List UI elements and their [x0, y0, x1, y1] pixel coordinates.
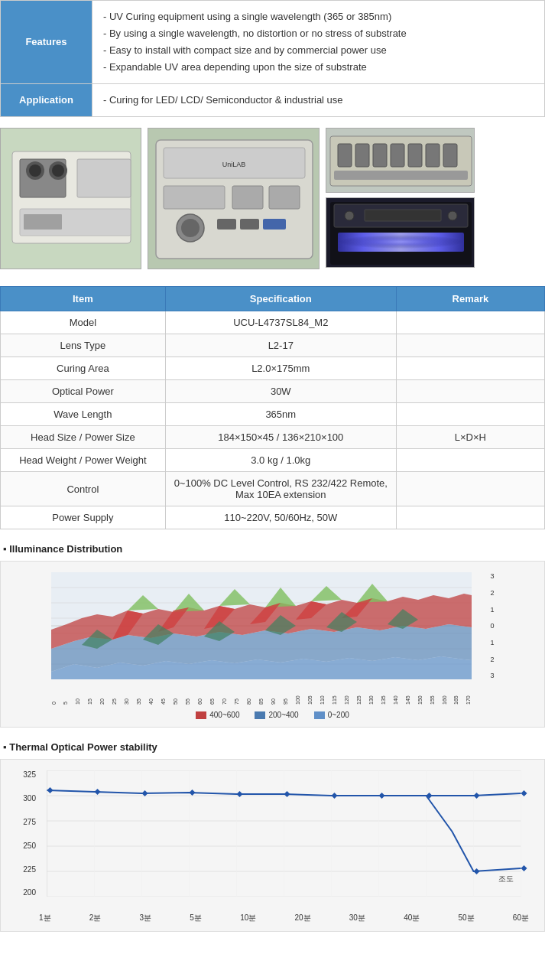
thermal-x-label: 1분 — [39, 913, 51, 923]
illum-x-label: 90 — [271, 683, 276, 705]
spec-row: Head Size / Power Size 184×150×45 / 136×… — [1, 426, 545, 449]
spec-remark — [396, 334, 544, 357]
svg-marker-87 — [95, 789, 101, 795]
spec-row: Lens Type L2-17 — [1, 334, 545, 357]
illum-x-label: 115 — [332, 683, 337, 705]
spec-row: Power Supply 110~220V, 50/60Hz, 50W — [1, 506, 545, 529]
spec-header-item: Item — [1, 287, 166, 311]
svg-marker-96 — [521, 790, 527, 796]
svg-rect-21 — [263, 219, 286, 230]
features-item: - By using a single wavelength, no disto… — [103, 25, 534, 42]
photo-1 — [0, 128, 141, 269]
illum-x-label: 20 — [99, 683, 105, 705]
legend-high: 400~600 — [196, 711, 239, 719]
thermal-chart-area: 325 300 275 250 225 200 — [8, 770, 537, 923]
svg-rect-7 — [77, 159, 131, 197]
thermal-x-label: 20분 — [294, 913, 310, 923]
illum-x-label: 105 — [307, 683, 313, 705]
legend-high-label: 400~600 — [209, 711, 239, 719]
svg-marker-92 — [332, 793, 338, 799]
illum-x-label: 160 — [442, 683, 447, 705]
photo-right-col — [326, 128, 475, 268]
svg-rect-19 — [217, 219, 236, 230]
illum-x-label: 0 — [51, 683, 57, 705]
features-table: Features - UV Curing equipment using a s… — [0, 0, 545, 117]
illum-x-label: 75 — [234, 683, 239, 705]
svg-rect-29 — [426, 144, 440, 167]
thermal-inner: 조도 — [39, 770, 529, 897]
spec-remark — [396, 506, 544, 529]
illum-x-label: 100 — [295, 683, 300, 705]
spec-specification: L2-17 — [165, 334, 396, 357]
svg-rect-14 — [164, 186, 225, 209]
svg-point-38 — [448, 211, 457, 220]
spec-remark — [396, 449, 544, 472]
illuminance-chart-container: 3 2 1 0 1 2 3 — [0, 561, 545, 728]
spec-item: Curing Area — [1, 357, 166, 380]
illum-x-label: 40 — [148, 683, 154, 705]
thermal-x-label: 10분 — [240, 913, 256, 923]
illum-x-label: 140 — [393, 683, 398, 705]
photo-4-svg — [326, 198, 475, 268]
features-item: - Easy to install with compact size and … — [103, 42, 534, 59]
thermal-x-labels: 1분2분3분5분10분20분30분40분50분60분 — [39, 913, 529, 923]
illum-x-label: 60 — [197, 683, 203, 705]
illum-x-label: 95 — [283, 683, 288, 705]
legend-mid-label: 200~400 — [268, 711, 298, 719]
svg-rect-39 — [365, 210, 441, 221]
spec-specification: 0~100% DC Level Control, RS 232/422 Remo… — [165, 472, 396, 506]
spec-item: Wave Length — [1, 403, 166, 426]
svg-marker-89 — [190, 790, 196, 796]
svg-rect-28 — [408, 144, 422, 167]
svg-marker-98 — [521, 865, 527, 871]
spec-table: Item Specification Remark Model UCU-L473… — [0, 286, 545, 529]
illum-legend: 400~600 200~400 0~200 — [8, 711, 537, 719]
illum-y-labels: 3 2 1 0 1 2 3 — [479, 572, 495, 679]
spec-row: Control 0~100% DC Level Control, RS 232/… — [1, 472, 545, 506]
spec-item: Control — [1, 472, 166, 506]
svg-rect-27 — [391, 144, 404, 167]
svg-rect-25 — [355, 144, 369, 167]
spec-item: Optical Power — [1, 380, 166, 403]
thermal-y-labels: 325 300 275 250 225 200 — [8, 770, 36, 897]
spec-header-specification: Specification — [165, 287, 396, 311]
spec-item: Power Supply — [1, 506, 166, 529]
thermal-svg: 조도 — [39, 770, 529, 897]
illum-x-label: 110 — [320, 683, 325, 705]
illum-x-label: 15 — [87, 683, 92, 705]
spec-specification: 3.0 kg / 1.0kg — [165, 449, 396, 472]
photo-4 — [326, 197, 475, 268]
spec-remark: L×D×H — [396, 426, 544, 449]
svg-point-18 — [181, 219, 200, 237]
spec-specification: 184×150×45 / 136×210×100 — [165, 426, 396, 449]
thermal-x-label: 40분 — [404, 913, 420, 923]
svg-rect-24 — [338, 144, 352, 167]
thermal-chart-container: 325 300 275 250 225 200 — [0, 759, 545, 932]
illum-x-label: 145 — [405, 683, 410, 705]
thermal-x-label: 60분 — [513, 913, 529, 923]
legend-mid: 200~400 — [255, 711, 298, 719]
thermal-x-label: 50분 — [459, 913, 475, 923]
illum-x-label: 25 — [112, 683, 117, 705]
svg-text:UniLAB: UniLAB — [222, 161, 246, 168]
spec-remark — [396, 357, 544, 380]
spec-row: Curing Area L2.0×175mm — [1, 357, 545, 380]
spec-item: Head Weight / Power Weight — [1, 449, 166, 472]
spec-remark — [396, 380, 544, 403]
spec-remark — [396, 403, 544, 426]
spec-item: Lens Type — [1, 334, 166, 357]
illuminance-svg — [51, 572, 472, 679]
features-content: - UV Curing equipment using a single wav… — [92, 1, 545, 84]
spec-row: Model UCU-L4737SL84_M2 — [1, 311, 545, 334]
svg-rect-35 — [338, 235, 464, 249]
spec-remark — [396, 311, 544, 334]
illum-x-label: 120 — [344, 683, 349, 705]
application-label: Application — [1, 84, 92, 117]
legend-high-box — [196, 711, 206, 719]
svg-marker-90 — [237, 791, 243, 797]
spec-specification: 110~220V, 50/60Hz, 50W — [165, 506, 396, 529]
spec-specification: 30W — [165, 380, 396, 403]
spec-row: Head Weight / Power Weight 3.0 kg / 1.0k… — [1, 449, 545, 472]
illum-x-label: 30 — [124, 683, 129, 705]
spec-remark — [396, 472, 544, 506]
